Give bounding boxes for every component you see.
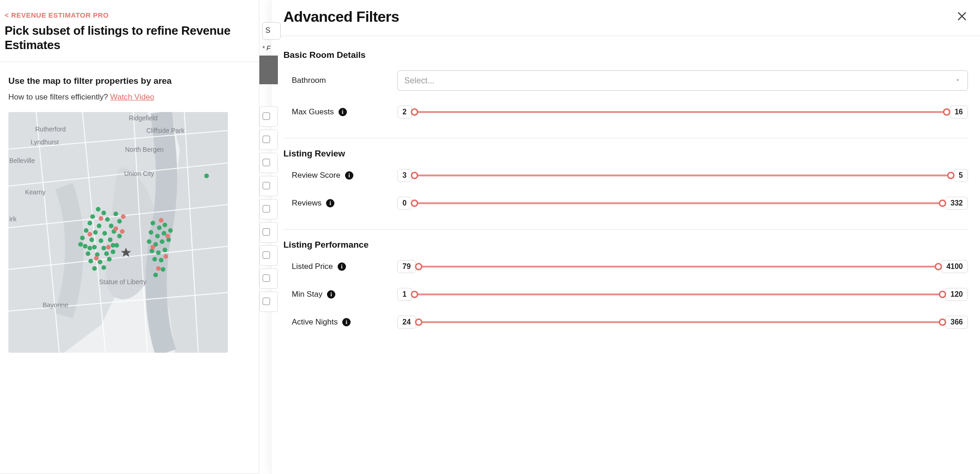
slider-track[interactable]	[415, 111, 947, 113]
slider-handle-max[interactable]	[939, 291, 946, 298]
checkbox-icon[interactable]	[263, 251, 270, 259]
slider-track[interactable]	[415, 293, 942, 295]
table-row-stub[interactable]	[259, 268, 278, 289]
map-helper-text: How to use filters efficiently? Watch Vi…	[8, 93, 251, 102]
breadcrumb-back[interactable]: < REVENUE ESTIMATOR PRO	[5, 11, 254, 19]
slider-min-value: 79	[397, 260, 416, 273]
checkbox-icon[interactable]	[263, 136, 270, 143]
review-score-slider[interactable]: 3 5	[397, 169, 968, 182]
slider-handle-min[interactable]	[411, 172, 418, 179]
info-icon[interactable]: i	[338, 262, 346, 271]
reviews-slider[interactable]: 0 332	[397, 197, 968, 210]
slider-handle-min[interactable]	[411, 200, 418, 207]
info-icon[interactable]: i	[345, 171, 353, 180]
slider-track[interactable]	[419, 321, 943, 323]
svg-point-48	[88, 232, 92, 237]
chevron-down-icon	[955, 76, 961, 86]
close-icon[interactable]	[956, 10, 968, 24]
section-listing-review: Listing Review Review Score i 3 5	[283, 149, 968, 230]
bathroom-select[interactable]: Select...	[397, 70, 968, 91]
listed-price-label: Listed Price i	[283, 262, 397, 271]
svg-point-37	[98, 260, 102, 264]
svg-point-39	[92, 266, 97, 271]
svg-point-25	[89, 237, 94, 242]
table-row-stub[interactable]	[259, 176, 278, 196]
slider-max-value: 5	[954, 169, 968, 182]
slider-handle-min[interactable]	[411, 108, 418, 116]
svg-point-60	[168, 228, 173, 233]
checkbox-icon[interactable]	[263, 182, 270, 189]
info-icon[interactable]: i	[326, 199, 334, 207]
map-container[interactable]: Ridgefield Cliffside Park Rutherford Lyn…	[8, 112, 228, 353]
slider-handle-max[interactable]	[939, 200, 946, 207]
slider-handle-min[interactable]	[415, 263, 422, 270]
label-text: Listed Price	[292, 262, 333, 271]
slider-handle-min[interactable]	[411, 291, 418, 298]
checkbox-icon[interactable]	[263, 228, 270, 236]
slider-track[interactable]	[419, 266, 939, 268]
slider-track[interactable]	[415, 175, 951, 176]
row-max-guests: Max Guests i 2 16	[283, 106, 968, 118]
watch-video-link[interactable]: Watch Video	[110, 93, 154, 101]
table-row-stub[interactable]	[259, 292, 278, 312]
svg-text:Lyndhurst: Lyndhurst	[31, 138, 59, 146]
map-card-title: Use the map to filter properties by area	[8, 76, 251, 86]
checkbox-icon[interactable]	[263, 298, 270, 305]
svg-point-22	[102, 231, 107, 236]
section-title: Listing Performance	[283, 240, 968, 250]
checkbox-icon[interactable]	[263, 205, 270, 212]
slider-max-value: 4100	[941, 260, 968, 273]
min-stay-slider[interactable]: 1 120	[397, 288, 968, 301]
svg-point-73	[165, 234, 170, 238]
slider-handle-max[interactable]	[947, 172, 955, 179]
label-text: Max Guests	[292, 107, 334, 117]
checkbox-icon[interactable]	[263, 159, 270, 166]
section-listing-performance: Listing Performance Listed Price i 79 41…	[283, 240, 968, 348]
info-icon[interactable]: i	[339, 108, 347, 116]
table-row-stub[interactable]	[259, 130, 278, 150]
review-score-label: Review Score i	[283, 171, 397, 180]
select-placeholder: Select...	[404, 76, 434, 86]
svg-point-57	[149, 230, 153, 235]
max-guests-slider[interactable]: 2 16	[397, 106, 968, 118]
row-active-nights: Active Nights i 24 366	[283, 316, 968, 329]
slider-max-value: 366	[945, 316, 968, 329]
svg-text:Kearny: Kearny	[25, 188, 45, 196]
svg-point-35	[104, 251, 109, 256]
label-text: Active Nights	[292, 318, 338, 327]
active-nights-slider[interactable]: 24 366	[397, 316, 968, 329]
section-basic-room-details: Basic Room Details Bathroom Select... M	[283, 50, 968, 138]
svg-point-33	[86, 251, 90, 256]
checkbox-icon[interactable]	[263, 112, 270, 120]
section-title: Listing Review	[283, 149, 968, 159]
svg-point-47	[99, 216, 103, 221]
table-row-stub[interactable]	[259, 106, 278, 127]
svg-text:North Bergen: North Bergen	[125, 146, 163, 153]
listed-price-slider[interactable]: 79 4100	[397, 260, 968, 273]
svg-text:Statue of Liberty: Statue of Liberty	[99, 278, 146, 286]
info-icon[interactable]: i	[342, 318, 351, 326]
search-field-stub[interactable]: S	[262, 22, 281, 40]
slider-handle-max[interactable]	[935, 263, 942, 270]
slider-handle-max[interactable]	[939, 318, 946, 326]
label-text: Review Score	[292, 171, 340, 180]
svg-point-67	[163, 248, 167, 252]
drawer-body: Basic Room Details Bathroom Select... M	[271, 36, 980, 358]
info-icon[interactable]: i	[327, 290, 335, 299]
svg-point-53	[120, 229, 125, 234]
left-header: < REVENUE ESTIMATOR PRO Pick subset of l…	[0, 0, 259, 62]
svg-point-31	[101, 246, 106, 250]
svg-point-54	[151, 221, 155, 225]
table-row-stub[interactable]	[259, 199, 278, 219]
drawer-header: Advanced Filters	[271, 0, 980, 36]
table-row-stub[interactable]	[259, 153, 278, 173]
slider-track[interactable]	[415, 202, 942, 204]
table-row-stub[interactable]	[259, 222, 278, 243]
svg-point-38	[107, 257, 112, 262]
checkbox-icon[interactable]	[263, 274, 270, 282]
slider-handle-max[interactable]	[943, 108, 950, 116]
svg-point-21	[93, 230, 98, 235]
page-title: Pick subset of listings to refine Revenu…	[5, 24, 254, 52]
slider-handle-min[interactable]	[415, 318, 422, 326]
table-row-stub[interactable]	[259, 245, 278, 266]
